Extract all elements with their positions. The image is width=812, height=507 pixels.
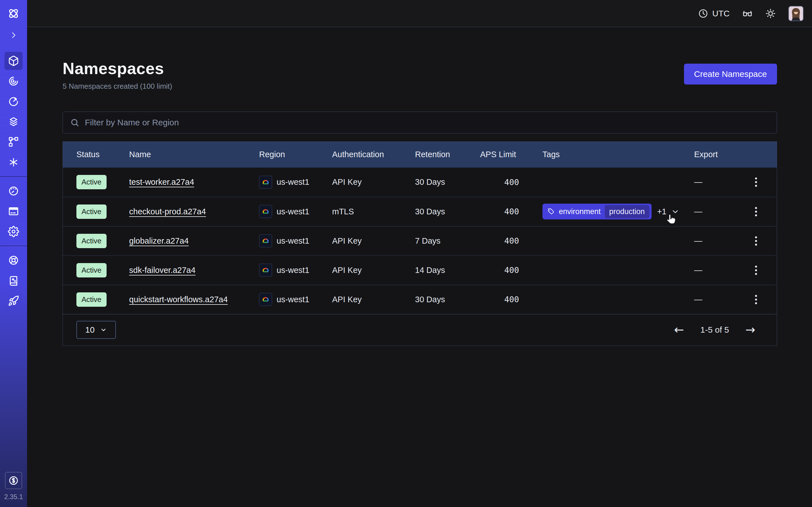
status-cell: Active xyxy=(77,205,129,219)
name-cell: test-worker.a27a4 xyxy=(129,177,259,187)
namespace-link[interactable]: checkout-prod.a27a4 xyxy=(129,207,206,216)
gcp-region-icon xyxy=(259,176,272,189)
table-row: Active test-worker.a27a4 us-west1 API Ke… xyxy=(63,168,777,197)
region-cell: us-west1 xyxy=(259,264,332,277)
export-cell: — xyxy=(694,236,742,245)
timezone-label: UTC xyxy=(712,9,730,18)
row-actions-menu-button[interactable] xyxy=(752,175,760,189)
tag-chip[interactable]: environment production xyxy=(543,204,652,219)
gcp-region-icon xyxy=(259,234,272,247)
support-lifebuoy-icon xyxy=(8,255,19,266)
retention-cell: 30 Days xyxy=(415,177,480,187)
sidebar-item-nexus[interactable] xyxy=(4,133,22,151)
retention-cell: 7 Days xyxy=(415,236,480,245)
settings-gear-icon xyxy=(8,226,19,237)
column-header-region: Region xyxy=(259,150,332,159)
billing-card-icon xyxy=(8,206,19,217)
sidebar-item-batch-operations[interactable] xyxy=(4,153,22,171)
namespace-link[interactable]: globalizer.a27a4 xyxy=(129,236,189,245)
sidebar-divider xyxy=(0,245,27,246)
status-badge: Active xyxy=(77,175,107,189)
usage-gauge-icon xyxy=(8,185,19,196)
create-namespace-button[interactable]: Create Namespace xyxy=(684,64,777,84)
sidebar-item-schedules[interactable] xyxy=(4,93,22,110)
retention-cell: 30 Days xyxy=(415,295,480,304)
sidebar-expand-button[interactable] xyxy=(0,27,27,43)
docs-book-icon xyxy=(8,275,19,286)
region-label: us-west1 xyxy=(276,236,309,245)
temporal-logo[interactable] xyxy=(0,0,27,27)
sidebar-item-namespaces[interactable] xyxy=(4,52,22,70)
timezone-selector[interactable]: UTC xyxy=(698,8,730,18)
name-cell: checkout-prod.a27a4 xyxy=(129,207,259,216)
schedules-timer-icon xyxy=(8,96,19,107)
page-size-select[interactable]: 10 xyxy=(77,321,116,339)
workflows-radar-icon xyxy=(8,75,19,87)
tag-key: environment xyxy=(559,207,601,216)
sidebar-item-support[interactable] xyxy=(4,251,22,269)
aps-limit-cell: 400 xyxy=(504,177,543,187)
sidebar-nav xyxy=(0,51,27,311)
user-avatar[interactable] xyxy=(788,6,804,21)
labs-toggle-button[interactable] xyxy=(742,8,753,19)
sidebar-item-billing[interactable] xyxy=(4,202,22,220)
sidebar-item-usage[interactable] xyxy=(4,182,22,200)
status-badge: Active xyxy=(77,234,107,248)
filter-input[interactable] xyxy=(85,118,769,127)
status-badge: Active xyxy=(77,292,107,307)
aps-limit-cell: 400 xyxy=(504,265,543,275)
table-footer: 10 ← 1-5 of 5 → xyxy=(63,314,777,346)
sidebar-billing-badge-button[interactable] xyxy=(5,472,22,489)
namespaces-page: Namespaces 5 Namespaces created (100 lim… xyxy=(27,27,812,346)
getting-started-rocket-icon xyxy=(8,295,19,306)
theme-toggle-button[interactable] xyxy=(765,8,776,19)
gcp-region-icon xyxy=(259,205,272,218)
namespace-link[interactable]: test-worker.a27a4 xyxy=(129,177,194,186)
auth-cell: API Key xyxy=(332,266,415,275)
row-actions-menu-button[interactable] xyxy=(752,263,760,278)
region-label: us-west1 xyxy=(276,266,309,275)
status-cell: Active xyxy=(77,175,129,189)
status-badge: Active xyxy=(77,263,107,277)
row-actions-menu-button[interactable] xyxy=(752,204,760,219)
sidebar-item-deployments[interactable] xyxy=(4,113,22,131)
row-actions-menu-button[interactable] xyxy=(752,292,760,307)
page-header: Namespaces 5 Namespaces created (100 lim… xyxy=(63,59,777,91)
sun-icon xyxy=(765,8,776,19)
table-row: Active quickstart-workflows.a27a4 us-wes… xyxy=(63,285,777,314)
sidebar-item-settings[interactable] xyxy=(4,223,22,240)
auth-cell: API Key xyxy=(332,177,415,187)
export-cell: — xyxy=(694,295,742,304)
export-cell: — xyxy=(694,266,742,275)
gcp-region-icon xyxy=(259,293,272,306)
next-page-button[interactable]: → xyxy=(746,324,755,336)
status-cell: Active xyxy=(77,234,129,248)
sidebar-divider xyxy=(0,176,27,177)
sidebar: 2.35.1 xyxy=(0,0,27,507)
batch-asterisk-icon xyxy=(8,157,19,168)
filter-bar[interactable] xyxy=(63,112,777,133)
tag-expand-chevron[interactable] xyxy=(671,207,679,216)
column-header-tags: Tags xyxy=(543,150,694,159)
namespaces-cube-icon xyxy=(8,55,19,66)
tag-more-count: +1 xyxy=(657,207,666,216)
row-actions-menu-button[interactable] xyxy=(752,233,760,248)
namespace-link[interactable]: quickstart-workflows.a27a4 xyxy=(129,295,228,304)
tag-icon xyxy=(548,208,555,215)
previous-page-button[interactable]: ← xyxy=(674,324,684,336)
nexus-branch-icon xyxy=(8,136,19,148)
status-cell: Active xyxy=(77,292,129,307)
sidebar-item-workflows[interactable] xyxy=(4,72,22,90)
region-cell: us-west1 xyxy=(259,176,332,189)
namespace-link[interactable]: sdk-failover.a27a4 xyxy=(129,266,195,275)
export-cell: — xyxy=(694,177,742,187)
tag-value: production xyxy=(605,205,649,218)
auth-cell: mTLS xyxy=(332,207,415,216)
pagination: ← 1-5 of 5 → xyxy=(674,324,755,336)
region-label: us-west1 xyxy=(276,295,309,304)
sidebar-item-docs[interactable] xyxy=(4,272,22,290)
auth-cell: API Key xyxy=(332,236,415,245)
region-cell: us-west1 xyxy=(259,205,332,218)
sidebar-item-getting-started[interactable] xyxy=(4,292,22,310)
page-size-value: 10 xyxy=(85,325,94,335)
